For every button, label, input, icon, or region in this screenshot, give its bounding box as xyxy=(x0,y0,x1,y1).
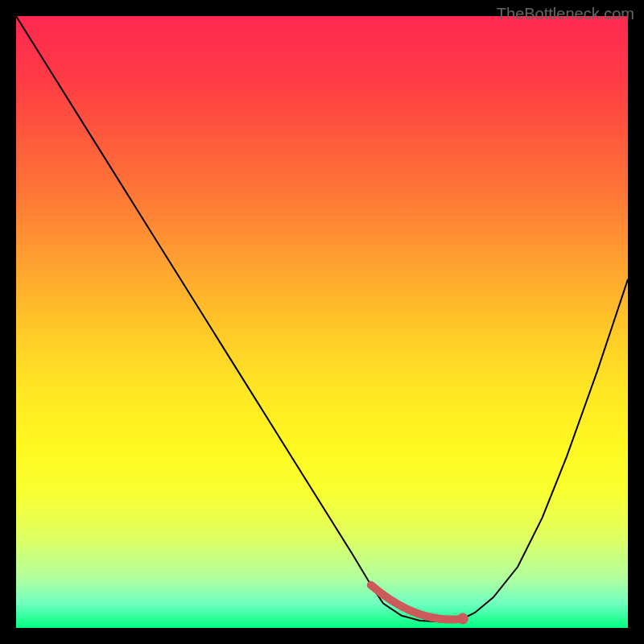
chart-plot-area xyxy=(16,16,628,628)
chart-svg xyxy=(16,16,628,628)
optimal-range-marker xyxy=(371,585,463,620)
bottleneck-curve xyxy=(16,16,628,621)
optimal-point-marker xyxy=(457,613,469,625)
watermark-text: TheBottleneck.com xyxy=(497,5,634,23)
